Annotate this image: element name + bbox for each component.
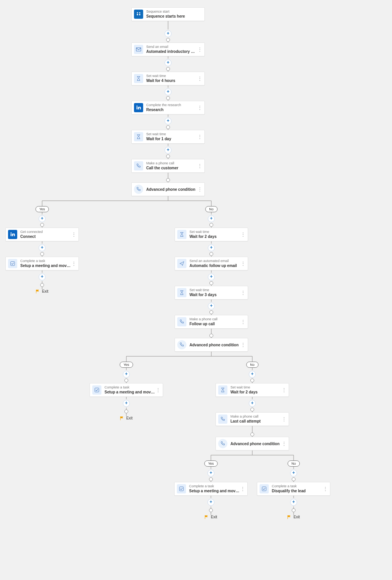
add-step-button[interactable]: + bbox=[249, 400, 256, 407]
add-step-button[interactable]: + bbox=[165, 147, 172, 154]
card-menu[interactable]: ⋮ bbox=[197, 163, 203, 169]
card-menu[interactable]: ⋮ bbox=[197, 76, 203, 81]
card-task-meeting-1[interactable]: Complete a taskSetup a meeting and move … bbox=[5, 257, 79, 270]
card-followup-email[interactable]: Send an automated emailAutomatic follow … bbox=[175, 257, 248, 270]
card-wait-1d[interactable]: Set wait timeWait for 1 day ⋮ bbox=[131, 130, 205, 144]
card-task-meeting-2[interactable]: Complete a taskSetup a meeting and move … bbox=[90, 383, 163, 397]
card-menu[interactable]: ⋮ bbox=[155, 387, 161, 393]
connector-end bbox=[209, 508, 213, 512]
add-step-button[interactable]: + bbox=[165, 88, 172, 95]
connector-end bbox=[292, 508, 296, 512]
card-menu[interactable]: ⋮ bbox=[281, 441, 287, 446]
card-menu[interactable]: ⋮ bbox=[197, 105, 203, 110]
card-menu[interactable]: ⋮ bbox=[71, 261, 77, 266]
connector-end bbox=[250, 378, 254, 382]
svg-rect-31 bbox=[137, 14, 138, 15]
connector-end bbox=[40, 283, 44, 287]
card-research[interactable]: Complete the researchResearch ⋮ bbox=[131, 101, 205, 115]
connector-end bbox=[124, 410, 128, 413]
svg-point-37 bbox=[11, 233, 12, 234]
svg-rect-40 bbox=[180, 487, 184, 491]
add-step-button[interactable]: + bbox=[165, 118, 172, 125]
branch-label-no: No bbox=[287, 460, 300, 467]
card-condition-1[interactable]: Advanced phone condition ⋮ bbox=[131, 182, 205, 196]
phone-condition-icon bbox=[177, 340, 186, 349]
card-menu[interactable]: ⋮ bbox=[240, 261, 246, 266]
exit-marker: Exit bbox=[36, 289, 49, 293]
add-step-button[interactable]: + bbox=[123, 400, 130, 407]
connector-end bbox=[40, 223, 44, 227]
card-connect[interactable]: Get connectedConnect ⋮ bbox=[5, 228, 79, 241]
card-last-call[interactable]: Make a phone callLast call attempt ⋮ bbox=[216, 412, 289, 426]
flow-canvas: Sequence startSequence starts here + Sen… bbox=[0, 0, 392, 580]
card-menu[interactable]: ⋮ bbox=[71, 232, 77, 237]
card-wait-3d[interactable]: Set wait timeWait for 3 days ⋮ bbox=[175, 286, 248, 300]
branch-label-yes: Yes bbox=[204, 460, 218, 467]
add-step-button[interactable]: + bbox=[208, 215, 215, 222]
connector-end bbox=[209, 477, 213, 481]
linkedin-icon bbox=[134, 103, 143, 112]
exit-marker: Exit bbox=[120, 416, 133, 420]
card-menu[interactable]: ⋮ bbox=[197, 187, 203, 192]
connector-end bbox=[250, 433, 254, 436]
connector-end bbox=[209, 252, 213, 256]
card-followup-call[interactable]: Make a phone callFollow up call ⋮ bbox=[175, 315, 248, 329]
add-step-button[interactable]: + bbox=[165, 30, 172, 37]
svg-rect-33 bbox=[136, 48, 141, 51]
add-step-button[interactable]: + bbox=[165, 59, 172, 66]
card-kicker: Sequence start bbox=[146, 10, 204, 14]
card-wait-2d-a[interactable]: Set wait timeWait for 2 days ⋮ bbox=[175, 228, 248, 241]
card-condition-2[interactable]: Advanced phone condition ⋮ bbox=[175, 338, 248, 352]
connector-end bbox=[292, 477, 296, 481]
task-icon bbox=[177, 484, 186, 493]
card-call-customer[interactable]: Make a phone callCall the customer ⋮ bbox=[131, 159, 205, 173]
hourglass-icon bbox=[177, 288, 186, 297]
card-disqualify[interactable]: Complete a taskDisqualify the lead ⋮ bbox=[257, 482, 330, 496]
card-intro-email[interactable]: Send an emailAutomated introductory emai… bbox=[131, 43, 205, 56]
card-menu[interactable]: ⋮ bbox=[322, 486, 328, 492]
phone-condition-icon bbox=[134, 185, 143, 194]
card-wait-4h[interactable]: Set wait timeWait for 4 hours ⋮ bbox=[131, 72, 205, 85]
add-step-button[interactable]: + bbox=[290, 470, 297, 477]
add-step-button[interactable]: + bbox=[290, 499, 297, 506]
card-menu[interactable]: ⋮ bbox=[240, 319, 246, 324]
card-sequence-start[interactable]: Sequence startSequence starts here bbox=[131, 7, 205, 21]
card-menu[interactable]: ⋮ bbox=[240, 232, 246, 237]
svg-rect-36 bbox=[11, 234, 11, 236]
linkedin-icon bbox=[8, 230, 17, 239]
flag-icon bbox=[205, 515, 209, 519]
flag-icon bbox=[36, 290, 40, 293]
add-step-button[interactable]: + bbox=[249, 371, 256, 378]
card-condition-3[interactable]: Advanced phone condition ⋮ bbox=[216, 437, 289, 451]
add-step-button[interactable]: + bbox=[39, 215, 46, 222]
hourglass-icon bbox=[177, 230, 186, 239]
add-step-button[interactable]: + bbox=[207, 499, 214, 506]
branch-label-no: No bbox=[205, 206, 217, 212]
card-menu[interactable]: ⋮ bbox=[240, 290, 246, 295]
card-menu[interactable]: ⋮ bbox=[240, 342, 246, 347]
card-menu[interactable]: ⋮ bbox=[197, 134, 203, 139]
task-icon bbox=[8, 259, 17, 268]
add-step-button[interactable]: + bbox=[208, 303, 215, 310]
send-icon bbox=[177, 259, 186, 268]
connector-end bbox=[166, 125, 170, 129]
add-step-button[interactable]: + bbox=[208, 274, 215, 280]
card-menu[interactable]: ⋮ bbox=[197, 47, 203, 52]
connector-end bbox=[209, 281, 213, 285]
connector-end bbox=[209, 334, 213, 338]
task-icon bbox=[260, 484, 269, 493]
add-step-button[interactable]: + bbox=[39, 274, 46, 280]
add-step-button[interactable]: + bbox=[123, 371, 130, 378]
card-menu[interactable]: ⋮ bbox=[281, 387, 287, 393]
card-menu[interactable]: ⋮ bbox=[240, 486, 246, 492]
exit-marker: Exit bbox=[205, 515, 217, 519]
card-menu[interactable]: ⋮ bbox=[281, 416, 287, 422]
card-task-meeting-3[interactable]: Complete a taskSetup a meeting and move … bbox=[174, 482, 248, 496]
add-step-button[interactable]: + bbox=[208, 244, 215, 251]
card-wait-2d-b[interactable]: Set wait timeWait for 2 days ⋮ bbox=[216, 383, 289, 397]
add-step-button[interactable]: + bbox=[39, 244, 46, 251]
connector-end bbox=[40, 252, 44, 256]
branch-label-no: No bbox=[246, 362, 258, 368]
add-step-button[interactable]: + bbox=[207, 470, 214, 477]
connector-end bbox=[166, 67, 170, 71]
